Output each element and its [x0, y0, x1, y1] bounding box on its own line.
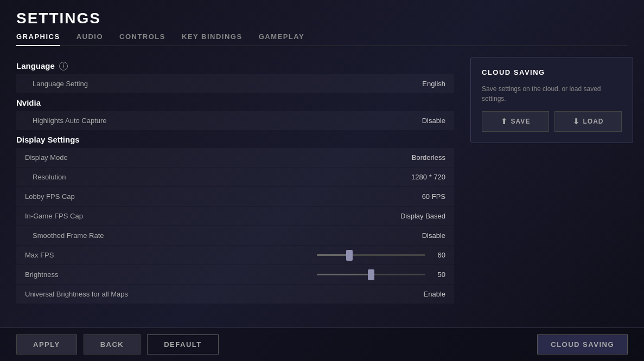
highlights-label: Highlights Auto Capture: [33, 117, 107, 125]
settings-container: SETTINGS GRAPHICS AUDIO CONTROLS KEY BIN…: [0, 0, 644, 361]
main-content: Language i Language Setting English Nvid…: [0, 46, 644, 327]
language-setting-label: Language Setting: [33, 80, 88, 88]
brightness-slider-track[interactable]: [317, 274, 425, 275]
cloud-save-button[interactable]: ⬆ Save: [482, 111, 549, 132]
resolution-label: Resolution: [33, 173, 66, 181]
universal-brightness-label: Universal Brightness for all Maps: [25, 290, 128, 298]
bottom-bar: APPLY BACK DEFAULT CLOUD SAVING: [0, 327, 644, 361]
row-highlights-auto-capture[interactable]: Highlights Auto Capture Disable: [16, 111, 454, 130]
page-title: SETTINGS: [16, 10, 628, 27]
display-mode-value: Borderless: [412, 153, 445, 162]
universal-brightness-value: Enable: [424, 290, 445, 298]
lobby-fps-value: 60 FPS: [422, 192, 445, 201]
section-nvidia-header: Nvidia: [16, 94, 454, 111]
max-fps-slider-track[interactable]: [317, 254, 425, 256]
brightness-value: 50: [432, 270, 445, 279]
download-icon: ⬇: [573, 117, 580, 126]
row-display-mode[interactable]: Display Mode Borderless: [16, 148, 454, 167]
section-language: Language i Language Setting English: [16, 57, 454, 93]
cloud-panel-description: Save settings on the cloud, or load save…: [482, 84, 622, 104]
row-brightness[interactable]: Brightness 50: [16, 265, 454, 284]
cloud-load-button[interactable]: ⬇ Load: [554, 111, 622, 132]
settings-header: SETTINGS GRAPHICS AUDIO CONTROLS KEY BIN…: [0, 0, 644, 46]
brightness-slider-container: 50: [317, 270, 445, 279]
max-fps-slider-container: 60: [317, 251, 445, 259]
cloud-buttons-container: ⬆ Save ⬇ Load: [482, 111, 622, 132]
tab-gameplay[interactable]: GAMEPLAY: [259, 33, 304, 46]
settings-panel[interactable]: Language i Language Setting English Nvid…: [0, 46, 470, 327]
row-ingame-fps[interactable]: In-Game FPS Cap Display Based: [16, 207, 454, 225]
row-smoothed-frame-rate[interactable]: Smoothed Frame Rate Disable: [16, 226, 454, 245]
max-fps-slider-thumb[interactable]: [346, 250, 353, 261]
upload-icon: ⬆: [501, 117, 508, 126]
smoothed-frame-label: Smoothed Frame Rate: [33, 231, 104, 240]
tab-audio[interactable]: AUDIO: [76, 33, 103, 46]
lobby-fps-label: Lobby FPS Cap: [25, 192, 75, 201]
row-max-fps[interactable]: Max FPS 60: [16, 246, 454, 265]
section-language-header: Language i: [16, 57, 454, 74]
tab-graphics[interactable]: GRAPHICS: [16, 33, 60, 46]
smoothed-frame-value: Disable: [422, 231, 445, 240]
row-resolution[interactable]: Resolution 1280 * 720: [16, 167, 454, 186]
back-button[interactable]: BACK: [84, 334, 141, 354]
section-display-header: Display Settings: [16, 131, 454, 147]
info-icon[interactable]: i: [59, 62, 68, 70]
display-mode-label: Display Mode: [25, 153, 68, 162]
cloud-saving-panel: CLOUD SAVING Save settings on the cloud,…: [470, 57, 633, 143]
brightness-label: Brightness: [25, 270, 58, 279]
ingame-fps-label: In-Game FPS Cap: [25, 212, 83, 220]
apply-button[interactable]: APPLY: [16, 334, 77, 354]
brightness-slider-thumb[interactable]: [368, 269, 374, 280]
highlights-value: Disable: [422, 117, 445, 125]
max-fps-value: 60: [432, 251, 445, 259]
default-button[interactable]: DEFAULT: [147, 334, 218, 354]
brightness-slider-fill: [317, 274, 371, 275]
cloud-saving-bottom-button[interactable]: CLOUD SAVING: [537, 334, 628, 354]
row-lobby-fps[interactable]: Lobby FPS Cap 60 FPS: [16, 187, 454, 206]
ingame-fps-value: Display Based: [400, 212, 445, 220]
max-fps-slider-fill: [317, 254, 349, 256]
row-universal-brightness[interactable]: Universal Brightness for all Maps Enable: [16, 285, 454, 304]
language-setting-value: English: [422, 80, 445, 88]
resolution-value: 1280 * 720: [411, 173, 445, 181]
max-fps-label: Max FPS: [25, 251, 54, 259]
tab-keybindings[interactable]: KEY BINDINGS: [182, 33, 243, 46]
tab-controls[interactable]: CONTROLS: [119, 33, 165, 46]
row-language-setting[interactable]: Language Setting English: [16, 74, 454, 93]
tabs-bar: GRAPHICS AUDIO CONTROLS KEY BINDINGS GAM…: [16, 33, 628, 46]
section-display: Display Settings Display Mode Borderless…: [16, 131, 454, 304]
bottom-left-buttons: APPLY BACK DEFAULT: [16, 334, 219, 354]
section-nvidia: Nvidia Highlights Auto Capture Disable: [16, 94, 454, 130]
cloud-panel-title: CLOUD SAVING: [482, 68, 622, 76]
